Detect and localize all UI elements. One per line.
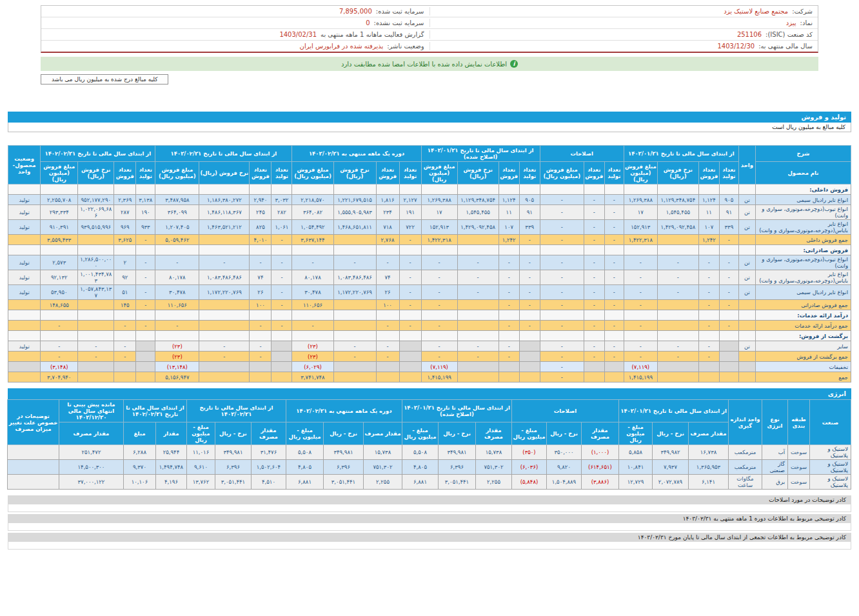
data-cell: [421, 331, 457, 341]
data-cell: [114, 331, 136, 341]
data-cell: ۲,۷۶۸: [376, 235, 399, 245]
unit-cell: [738, 331, 755, 341]
data-cell: ۱۰۰: [376, 300, 399, 310]
data-cell: -: [584, 235, 604, 245]
data-cell: ۱۰,۱۰۶: [123, 475, 155, 490]
data-cell: (۵,۸۴۸): [511, 475, 546, 490]
data-cell: [421, 310, 457, 321]
data-cell: [624, 245, 657, 255]
company-info-row: شرکت:مجتمع صنايع لاستيک يزدسرمایه ثبت شد…: [41, 6, 818, 17]
data-cell: ۲۵۱,۴۷۲: [59, 445, 123, 460]
status-cell: [8, 310, 41, 321]
header-subcol: تعداد تولید: [272, 162, 292, 184]
data-cell: [624, 184, 657, 195]
unit-note-button[interactable]: کلیه مبالغ درج شده به میلیون ریال می باش…: [41, 74, 168, 84]
table-row: درآمد ارائه خدمات:: [8, 310, 851, 321]
data-cell: ۴,۵۱۰: [251, 475, 286, 490]
header-subcol: تعداد فروش: [376, 162, 399, 184]
data-cell: -: [719, 321, 738, 331]
data-cell: ۴,۸۰۵: [286, 460, 323, 475]
info-label: سال مالی منتهی به:: [758, 43, 813, 50]
data-cell: -: [540, 220, 584, 235]
data-cell: [41, 310, 78, 321]
data-cell: [199, 321, 250, 331]
header-group: از ابتدای سال مالي تا تاریخ ۱۴۰۲/۰۲/۳۱: [123, 400, 186, 422]
data-cell: ۲۶: [376, 285, 399, 300]
data-cell: ۳,۰۵۱,۴۴۱: [438, 475, 475, 490]
data-cell: [272, 362, 292, 372]
data-cell: [199, 362, 250, 372]
data-cell: [657, 310, 698, 321]
unit-cell: [738, 372, 755, 383]
data-cell: -: [272, 300, 292, 310]
data-cell: [272, 184, 292, 195]
header-subcol: مقدار مصرف: [59, 422, 123, 445]
data-cell: [499, 331, 519, 341]
footer-note-bar: کادر توضیحی مربوط به اطلاعات تجمعی از اب…: [8, 533, 851, 542]
data-cell: ۱,۰۶۱: [272, 220, 292, 235]
data-cell: ۹,۳۷۰: [123, 460, 155, 475]
data-cell: -: [624, 341, 657, 352]
table-row: جمع۱,۴۱۵,۱۹۹-۱,۴۱۵,۱۹۹۳,۷۴۱,۷۴۸۵,۱۵۶,۹۴۷…: [8, 372, 851, 383]
data-cell: ۳۵۰,۰۰۰: [547, 445, 582, 460]
header-comment: توضیحات در خصوص علت تغییر میزان مصرف: [7, 400, 59, 445]
data-cell: ۳۰,۴۷۸: [292, 285, 333, 300]
data-cell: [78, 245, 114, 255]
data-cell: ۵,۰۵۹,۴۶۲: [155, 235, 199, 245]
data-cell: ۵,۸۵۸: [619, 445, 653, 460]
info-pair-left: سرمایه ثبت شده:7,895,000: [41, 7, 430, 15]
data-cell: -: [584, 255, 604, 270]
data-cell: ۱,۱۲۹,۳۴۸,۷۵۴: [457, 195, 499, 205]
data-cell: ۳,۷۴۱,۷۴۸: [292, 372, 333, 383]
data-cell: ۱۱: [698, 205, 719, 220]
data-cell: ۸۲۵: [250, 220, 272, 235]
table-row: سایرتن-----------(۲۳)--(۲۳)---تولید: [8, 341, 851, 352]
data-cell: ۱,۱۸۶,۳۸۰,۲۷۲: [199, 195, 250, 205]
data-cell: (۲۳): [155, 352, 199, 362]
data-cell: [399, 310, 421, 321]
data-cell: -: [333, 341, 376, 352]
table-row: جمع درآمد ارائه خدمات------------------: [8, 321, 851, 331]
data-cell: -: [155, 255, 199, 270]
data-cell: ۱۰۷: [499, 220, 519, 235]
data-cell: ۱,۴۲۹,۰۹۲,۴۵۸: [457, 220, 499, 235]
status-cell: [8, 321, 41, 331]
table-row: جمع برگشت از فروش-----------(۲۳)--(۲۳)--…: [8, 352, 851, 362]
data-cell: -: [41, 352, 78, 362]
header-subcol: نرخ فروش (ریال): [199, 162, 250, 184]
data-cell: [540, 331, 584, 341]
data-cell: ۵۳,۹۵۰: [41, 285, 78, 300]
data-cell: -: [136, 235, 155, 245]
signature-match-notice: i اطلاعات نمایش داده شده با اطلاعات امضا…: [41, 57, 818, 71]
data-cell: [250, 362, 272, 372]
section-bar-energy: انرژی: [8, 388, 851, 399]
data-cell: ۹۲: [114, 270, 136, 285]
table-row: برگشت از فروش:: [8, 331, 851, 341]
company-info-table: شرکت:مجتمع صنايع لاستيک يزدسرمایه ثبت شد…: [41, 5, 818, 53]
status-cell: تولید: [8, 341, 41, 352]
header-product-name: نام محصول: [755, 162, 851, 184]
header-product-status: وضعیت محصول- واحد: [8, 146, 41, 184]
data-cell: [399, 352, 421, 362]
data-cell: [333, 235, 376, 245]
company-info-row: نماد:پيزدسرمایه ثبت نشده:0: [41, 17, 818, 29]
data-cell: ۱۱,۰۱۶: [186, 445, 215, 460]
data-cell: -: [199, 352, 250, 362]
data-cell: -: [584, 352, 604, 362]
unit-cell: تن: [738, 285, 755, 300]
header-group: اصلاحات: [540, 146, 624, 162]
table-row: انواع تیوب(دوچرخه،موتوری، سواری و وانت)ت…: [8, 205, 851, 220]
data-cell: [199, 331, 250, 341]
data-cell: -: [719, 300, 738, 310]
data-cell: -: [698, 255, 719, 270]
product-name: انواع تایر رادیال سیمی: [755, 285, 851, 300]
data-cell: ۷۱۸: [376, 220, 399, 235]
data-cell: -: [457, 352, 499, 362]
section-bar-production-sales: تولید و فروش: [8, 112, 851, 123]
data-cell: ۱۰۰: [250, 300, 272, 310]
data-cell: ۷,۹۳۷: [653, 460, 689, 475]
unit-cell: تن: [738, 220, 755, 235]
data-cell: ۲,۱۲۷: [399, 195, 421, 205]
data-cell: -: [584, 300, 604, 310]
data-cell: ۱,۲۰۷,۴۰۵: [155, 220, 199, 235]
